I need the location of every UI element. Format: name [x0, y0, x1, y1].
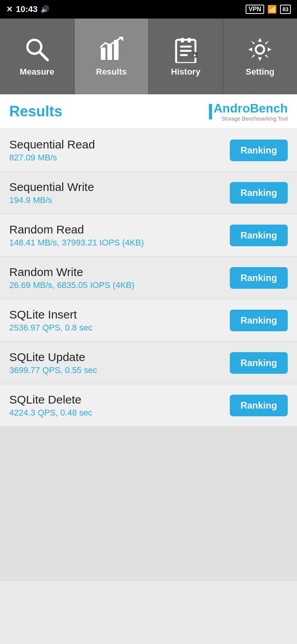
status-left: ✕ 10:43 🔊: [6, 4, 49, 14]
status-right: VPN 📶 83: [246, 5, 291, 14]
brand-logo: AndroBench Storage Benchmarking Tool: [209, 101, 288, 122]
brand-text: AndroBench Storage Benchmarking Tool: [214, 101, 288, 122]
brand-bench: Bench: [250, 101, 288, 115]
result-value: 148.41 MB/s, 37993.21 IOPS (4KB): [9, 238, 230, 248]
result-value: 2536.97 QPS, 0.8 sec: [9, 323, 230, 333]
result-name: SQLite Insert: [9, 308, 230, 321]
result-row: SQLite Delete4224.3 QPS, 0.48 secRanking: [0, 384, 297, 427]
measure-icon: [24, 36, 51, 63]
tab-results[interactable]: Results: [75, 19, 149, 94]
volume-icon: 🔊: [41, 5, 49, 14]
result-value: 4224.3 QPS, 0.48 sec: [9, 408, 230, 418]
ranking-button[interactable]: Ranking: [230, 182, 288, 204]
svg-rect-7: [180, 46, 192, 48]
result-name: Random Write: [9, 266, 230, 279]
result-info: SQLite Delete4224.3 QPS, 0.48 sec: [9, 393, 230, 418]
ranking-button[interactable]: Ranking: [230, 225, 288, 246]
tab-measure[interactable]: Measure: [0, 19, 75, 94]
result-name: Random Read: [9, 223, 230, 236]
battery-indicator: 83: [280, 5, 291, 14]
wifi-icon: 📶: [267, 5, 277, 14]
svg-rect-9: [180, 54, 188, 56]
svg-point-14: [256, 45, 264, 54]
results-header: Results AndroBench Storage Benchmarking …: [0, 94, 297, 129]
vpn-badge: VPN: [246, 5, 265, 14]
result-name: SQLite Delete: [9, 393, 230, 406]
tab-results-label: Results: [96, 67, 127, 77]
history-icon: [172, 36, 199, 63]
brand-name: AndroBench: [214, 101, 288, 116]
brand-subtitle: Storage Benchmarking Tool: [221, 116, 288, 122]
result-row: Sequential Read827.09 MB/sRanking: [0, 129, 297, 172]
result-value: 3699.77 QPS, 0.55 sec: [9, 365, 230, 375]
svg-rect-11: [188, 38, 191, 43]
tab-setting-label: Setting: [246, 67, 275, 77]
close-icon: ✕: [6, 5, 13, 14]
ranking-button[interactable]: Ranking: [230, 310, 288, 331]
tab-measure-label: Measure: [20, 67, 54, 77]
results-icon: [98, 36, 125, 63]
ranking-button[interactable]: Ranking: [230, 140, 288, 161]
result-row: SQLite Update3699.77 QPS, 0.55 secRankin…: [0, 342, 297, 384]
results-list: Sequential Read827.09 MB/sRankingSequent…: [0, 129, 297, 427]
svg-line-1: [39, 52, 48, 60]
result-value: 194.9 MB/s: [9, 195, 230, 205]
svg-rect-2: [101, 48, 105, 60]
brand-bar-decoration: [209, 104, 212, 119]
result-row: Sequential Write194.9 MB/sRanking: [0, 172, 297, 214]
brand-andro: Andro: [214, 101, 250, 115]
result-value: 26.69 MB/s, 6835.05 IOPS (4KB): [9, 280, 230, 290]
result-info: Random Read148.41 MB/s, 37993.21 IOPS (4…: [9, 223, 230, 248]
result-name: SQLite Update: [9, 351, 230, 364]
page-title: Results: [9, 103, 62, 120]
status-time: 10:43: [16, 4, 37, 14]
nav-tabs: Measure Results: [0, 19, 297, 94]
result-row: Random Write26.69 MB/s, 6835.05 IOPS (4K…: [0, 257, 297, 299]
result-value: 827.09 MB/s: [9, 153, 230, 163]
result-row: SQLite Insert2536.97 QPS, 0.8 secRanking: [0, 299, 297, 342]
result-name: Sequential Write: [9, 181, 230, 194]
svg-rect-3: [107, 44, 112, 60]
result-info: Random Write26.69 MB/s, 6835.05 IOPS (4K…: [9, 266, 230, 290]
bottom-space: [0, 427, 297, 581]
ranking-button[interactable]: Ranking: [230, 267, 288, 289]
tab-setting[interactable]: Setting: [223, 19, 297, 94]
setting-icon: [246, 36, 273, 63]
result-info: SQLite Insert2536.97 QPS, 0.8 sec: [9, 308, 230, 333]
svg-rect-4: [114, 40, 119, 60]
svg-rect-8: [180, 50, 192, 52]
result-info: SQLite Update3699.77 QPS, 0.55 sec: [9, 351, 230, 375]
result-name: Sequential Read: [9, 138, 230, 151]
result-row: Random Read148.41 MB/s, 37993.21 IOPS (4…: [0, 214, 297, 257]
ranking-button[interactable]: Ranking: [230, 395, 288, 416]
status-bar: ✕ 10:43 🔊 VPN 📶 83: [0, 0, 297, 19]
tab-history[interactable]: History: [149, 19, 223, 94]
svg-rect-10: [181, 38, 184, 43]
result-info: Sequential Read827.09 MB/s: [9, 138, 230, 163]
ranking-button[interactable]: Ranking: [230, 352, 288, 374]
tab-history-label: History: [171, 67, 200, 77]
result-info: Sequential Write194.9 MB/s: [9, 181, 230, 205]
